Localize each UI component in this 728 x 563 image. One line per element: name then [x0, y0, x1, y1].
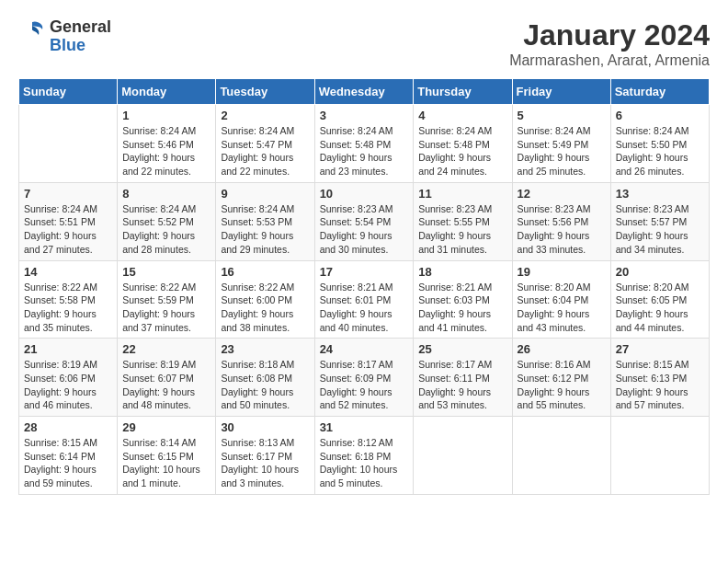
- day-number: 13: [616, 187, 704, 201]
- calendar-cell: 12Sunrise: 8:23 AM Sunset: 5:56 PM Dayli…: [512, 182, 610, 260]
- logo: General Blue: [18, 18, 111, 55]
- calendar-cell: 24Sunrise: 8:17 AM Sunset: 6:09 PM Dayli…: [314, 339, 414, 417]
- calendar-week-row: 21Sunrise: 8:19 AM Sunset: 6:06 PM Dayli…: [19, 339, 710, 417]
- day-info: Sunrise: 8:17 AM Sunset: 6:11 PM Dayligh…: [418, 358, 506, 412]
- calendar-cell: 31Sunrise: 8:12 AM Sunset: 6:18 PM Dayli…: [314, 417, 414, 495]
- day-info: Sunrise: 8:16 AM Sunset: 6:12 PM Dayligh…: [518, 358, 606, 412]
- day-number: 30: [221, 420, 309, 434]
- day-number: 28: [24, 420, 112, 434]
- day-info: Sunrise: 8:17 AM Sunset: 6:09 PM Dayligh…: [320, 358, 409, 412]
- calendar-cell: 11Sunrise: 8:23 AM Sunset: 5:55 PM Dayli…: [414, 182, 512, 260]
- calendar-cell: [414, 417, 512, 495]
- day-info: Sunrise: 8:14 AM Sunset: 6:15 PM Dayligh…: [122, 436, 210, 490]
- day-number: 27: [616, 342, 704, 356]
- day-number: 24: [320, 342, 409, 356]
- day-number: 26: [518, 342, 606, 356]
- calendar-cell: 27Sunrise: 8:15 AM Sunset: 6:13 PM Dayli…: [610, 339, 709, 417]
- day-info: Sunrise: 8:20 AM Sunset: 6:05 PM Dayligh…: [616, 281, 704, 335]
- day-info: Sunrise: 8:22 AM Sunset: 5:59 PM Dayligh…: [122, 281, 210, 335]
- day-number: 2: [221, 109, 309, 122]
- calendar-cell: 6Sunrise: 8:24 AM Sunset: 5:50 PM Daylig…: [610, 105, 709, 183]
- day-number: 12: [518, 187, 606, 201]
- calendar-cell: 8Sunrise: 8:24 AM Sunset: 5:52 PM Daylig…: [118, 182, 216, 260]
- calendar-cell: 21Sunrise: 8:19 AM Sunset: 6:06 PM Dayli…: [19, 339, 118, 417]
- calendar-cell: 22Sunrise: 8:19 AM Sunset: 6:07 PM Dayli…: [118, 339, 216, 417]
- day-number: 5: [518, 109, 606, 122]
- logo-blue: Blue: [50, 37, 111, 55]
- calendar-week-row: 14Sunrise: 8:22 AM Sunset: 5:58 PM Dayli…: [19, 260, 710, 339]
- day-number: 21: [24, 342, 112, 356]
- day-number: 31: [320, 420, 409, 434]
- day-info: Sunrise: 8:24 AM Sunset: 5:48 PM Dayligh…: [320, 124, 409, 178]
- day-number: 1: [122, 109, 210, 122]
- calendar-cell: 30Sunrise: 8:13 AM Sunset: 6:17 PM Dayli…: [216, 417, 314, 495]
- day-info: Sunrise: 8:22 AM Sunset: 6:00 PM Dayligh…: [221, 281, 309, 335]
- calendar-cell: [512, 417, 610, 495]
- day-info: Sunrise: 8:20 AM Sunset: 6:04 PM Dayligh…: [518, 281, 606, 335]
- logo-general: General: [50, 18, 111, 37]
- calendar-day-header: Friday: [512, 79, 610, 105]
- calendar-day-header: Thursday: [414, 79, 512, 105]
- day-info: Sunrise: 8:24 AM Sunset: 5:47 PM Dayligh…: [221, 124, 309, 178]
- page-header: General Blue January 2024 Marmarashen, A…: [18, 18, 710, 69]
- calendar-day-header: Wednesday: [314, 79, 414, 105]
- day-number: 7: [24, 187, 112, 201]
- calendar-cell: 10Sunrise: 8:23 AM Sunset: 5:54 PM Dayli…: [314, 182, 414, 260]
- calendar-day-header: Monday: [118, 79, 216, 105]
- day-info: Sunrise: 8:24 AM Sunset: 5:50 PM Dayligh…: [616, 124, 704, 178]
- calendar-cell: 20Sunrise: 8:20 AM Sunset: 6:05 PM Dayli…: [610, 260, 709, 339]
- day-info: Sunrise: 8:21 AM Sunset: 6:03 PM Dayligh…: [418, 281, 506, 335]
- calendar-title: January 2024: [509, 18, 710, 52]
- day-info: Sunrise: 8:22 AM Sunset: 5:58 PM Dayligh…: [24, 281, 112, 335]
- calendar-cell: 2Sunrise: 8:24 AM Sunset: 5:47 PM Daylig…: [216, 105, 314, 183]
- day-number: 20: [616, 265, 704, 279]
- day-info: Sunrise: 8:23 AM Sunset: 5:54 PM Dayligh…: [320, 202, 409, 257]
- day-info: Sunrise: 8:24 AM Sunset: 5:48 PM Dayligh…: [418, 124, 506, 178]
- calendar-day-header: Sunday: [19, 79, 118, 105]
- day-number: 3: [320, 109, 409, 122]
- calendar-cell: 16Sunrise: 8:22 AM Sunset: 6:00 PM Dayli…: [216, 260, 314, 339]
- calendar-week-row: 7Sunrise: 8:24 AM Sunset: 5:51 PM Daylig…: [19, 182, 710, 260]
- calendar-cell: [19, 105, 118, 183]
- calendar-cell: 7Sunrise: 8:24 AM Sunset: 5:51 PM Daylig…: [19, 182, 118, 260]
- day-info: Sunrise: 8:18 AM Sunset: 6:08 PM Dayligh…: [221, 358, 309, 412]
- day-info: Sunrise: 8:21 AM Sunset: 6:01 PM Dayligh…: [320, 281, 409, 335]
- calendar-cell: 25Sunrise: 8:17 AM Sunset: 6:11 PM Dayli…: [414, 339, 512, 417]
- calendar-cell: 14Sunrise: 8:22 AM Sunset: 5:58 PM Dayli…: [19, 260, 118, 339]
- calendar-cell: 13Sunrise: 8:23 AM Sunset: 5:57 PM Dayli…: [610, 182, 709, 260]
- day-number: 10: [320, 187, 409, 201]
- day-number: 8: [122, 187, 210, 201]
- calendar-cell: 15Sunrise: 8:22 AM Sunset: 5:59 PM Dayli…: [118, 260, 216, 339]
- day-number: 23: [221, 342, 309, 356]
- day-number: 17: [320, 265, 409, 279]
- day-number: 29: [122, 420, 210, 434]
- calendar-day-header: Saturday: [610, 79, 709, 105]
- day-info: Sunrise: 8:23 AM Sunset: 5:57 PM Dayligh…: [616, 202, 704, 257]
- day-info: Sunrise: 8:15 AM Sunset: 6:14 PM Dayligh…: [24, 436, 112, 490]
- day-number: 19: [518, 265, 606, 279]
- calendar-cell: 4Sunrise: 8:24 AM Sunset: 5:48 PM Daylig…: [414, 105, 512, 183]
- calendar-cell: 23Sunrise: 8:18 AM Sunset: 6:08 PM Dayli…: [216, 339, 314, 417]
- title-block: January 2024 Marmarashen, Ararat, Armeni…: [509, 18, 710, 69]
- logo-bird-icon: [18, 20, 46, 53]
- calendar-cell: 5Sunrise: 8:24 AM Sunset: 5:49 PM Daylig…: [512, 105, 610, 183]
- day-info: Sunrise: 8:24 AM Sunset: 5:52 PM Dayligh…: [122, 202, 210, 257]
- calendar-week-row: 1Sunrise: 8:24 AM Sunset: 5:46 PM Daylig…: [19, 105, 710, 183]
- calendar-cell: 17Sunrise: 8:21 AM Sunset: 6:01 PM Dayli…: [314, 260, 414, 339]
- day-info: Sunrise: 8:15 AM Sunset: 6:13 PM Dayligh…: [616, 358, 704, 412]
- calendar-cell: 1Sunrise: 8:24 AM Sunset: 5:46 PM Daylig…: [118, 105, 216, 183]
- day-number: 18: [418, 265, 506, 279]
- day-number: 9: [221, 187, 309, 201]
- day-number: 16: [221, 265, 309, 279]
- calendar-cell: 18Sunrise: 8:21 AM Sunset: 6:03 PM Dayli…: [414, 260, 512, 339]
- day-info: Sunrise: 8:24 AM Sunset: 5:49 PM Dayligh…: [518, 124, 606, 178]
- calendar-subtitle: Marmarashen, Ararat, Armenia: [509, 52, 710, 69]
- calendar-cell: 28Sunrise: 8:15 AM Sunset: 6:14 PM Dayli…: [19, 417, 118, 495]
- calendar-week-row: 28Sunrise: 8:15 AM Sunset: 6:14 PM Dayli…: [19, 417, 710, 495]
- day-info: Sunrise: 8:12 AM Sunset: 6:18 PM Dayligh…: [320, 436, 409, 490]
- day-number: 4: [418, 109, 506, 122]
- day-info: Sunrise: 8:19 AM Sunset: 6:06 PM Dayligh…: [24, 358, 112, 412]
- day-number: 15: [122, 265, 210, 279]
- day-info: Sunrise: 8:23 AM Sunset: 5:55 PM Dayligh…: [418, 202, 506, 257]
- calendar-cell: 3Sunrise: 8:24 AM Sunset: 5:48 PM Daylig…: [314, 105, 414, 183]
